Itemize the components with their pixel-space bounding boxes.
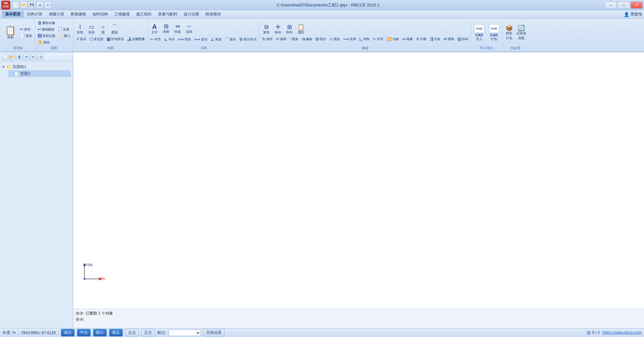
menu-structural-calc[interactable]: 结构计算 bbox=[24, 11, 46, 18]
snap-text-btn[interactable]: 正文 bbox=[141, 329, 155, 336]
annotation-select[interactable] bbox=[169, 330, 201, 336]
open-file-btn[interactable]: 📂 bbox=[20, 2, 27, 9]
canvas-area[interactable]: Y(N) X(E) bbox=[73, 52, 644, 309]
minimize-btn[interactable]: ─ bbox=[605, 2, 617, 9]
lp-delete-btn[interactable]: 🗑 bbox=[16, 54, 22, 60]
mirror-btn[interactable]: ⇔ 镜像 bbox=[401, 36, 414, 42]
undo-delete-btn[interactable]: ↩ 撤销删除 bbox=[36, 26, 57, 32]
offset-btn[interactable]: ⇉ 偏移 bbox=[300, 36, 313, 42]
fill-btn[interactable]: ▦ 区域填充 bbox=[105, 36, 125, 42]
chamfer-icon: ◺ bbox=[359, 37, 363, 41]
align-modify-btn[interactable]: ⊢ 对齐 bbox=[372, 36, 385, 42]
chamfer-btn[interactable]: ◺ 倒角 bbox=[358, 36, 371, 42]
copy-icon: 📑 bbox=[20, 33, 25, 38]
lp-new-btn[interactable]: 📄 bbox=[2, 54, 8, 60]
page-settings-btn[interactable]: 页面设置 bbox=[203, 329, 225, 336]
shapes-pack-btn[interactable]: 📦 图形 打包 bbox=[504, 24, 515, 41]
drag-btn[interactable]: ✋ 拖动 bbox=[36, 39, 57, 45]
new-file-btn[interactable]: 📄 bbox=[12, 2, 19, 9]
cut-btn[interactable]: ✂ 剪切 bbox=[19, 26, 33, 32]
annotation-label-status: 标注: bbox=[157, 330, 166, 335]
status-divider-2 bbox=[58, 330, 58, 335]
explode-btn[interactable]: 💥 分解 bbox=[385, 36, 400, 42]
group-btn[interactable]: ⊞ 组合 bbox=[314, 36, 327, 42]
lp-align-left-btn[interactable]: ⇤ bbox=[30, 54, 37, 60]
arc-btn[interactable]: ⌒ 圆弧 bbox=[109, 23, 120, 36]
menu-quantity-mix[interactable]: 算量与配料 bbox=[155, 11, 181, 18]
menu-bridge-model[interactable]: 桥梁建模 bbox=[67, 11, 89, 18]
trim-btn[interactable]: ✂ 修剪 bbox=[275, 36, 288, 42]
arclength-btn[interactable]: ⌒ 弧长 bbox=[224, 36, 237, 43]
radius-btn[interactable]: ⊾ 半径 bbox=[163, 36, 176, 43]
tree-group1[interactable]: ▼ 📁 页面组1 bbox=[2, 64, 71, 70]
save-btn[interactable]: 💾 bbox=[28, 2, 35, 9]
arclength-icon: ⌒ bbox=[225, 37, 229, 42]
copy-btn[interactable]: 📑 复制 bbox=[19, 33, 33, 39]
website-link[interactable]: Https://www.rbcce.com bbox=[602, 330, 641, 335]
restore-btn[interactable]: 🔄 还原成 原图 bbox=[515, 24, 527, 41]
cmd-line-2[interactable]: 命令: bbox=[76, 316, 641, 323]
property-btn[interactable]: 📋 属性 bbox=[296, 23, 306, 36]
close-btn[interactable]: ✕ bbox=[631, 2, 643, 9]
rotate-btn[interactable]: ↻ 旋转 bbox=[261, 36, 274, 42]
break-btn[interactable]: ✕ 打断 bbox=[415, 36, 428, 42]
user-info[interactable]: 👤 曹建海 bbox=[624, 12, 642, 17]
snap-center-btn[interactable]: 圆心 bbox=[93, 329, 107, 336]
maximize-btn[interactable]: □ bbox=[618, 2, 630, 9]
lp-align-right-btn[interactable]: ⇥ bbox=[37, 54, 44, 60]
polygon-btn[interactable]: ⬠ 多边形 bbox=[88, 36, 105, 42]
quick-btn[interactable]: ⇔ 快速 bbox=[172, 22, 183, 36]
tree-page1[interactable]: 📄 页面1 bbox=[8, 70, 71, 77]
fillet-btn[interactable]: ◜ 圆角 bbox=[288, 36, 300, 42]
menu-construction-org[interactable]: 施工组织 bbox=[133, 11, 155, 18]
tree-toggle-group1[interactable]: ▼ bbox=[2, 65, 5, 69]
move-btn[interactable]: ✛ 移动 bbox=[272, 23, 283, 36]
arrow-btn[interactable]: ↗ 箭头 bbox=[75, 36, 88, 42]
rect-icon: ▭ bbox=[89, 24, 94, 30]
angle-btn[interactable]: ∠ 角度 bbox=[209, 36, 223, 43]
snap-perpendicular-btn[interactable]: 垂足 bbox=[109, 329, 123, 336]
clipboard-label: 剪切板 bbox=[13, 45, 23, 50]
replace-btn[interactable]: ⇄ 替换 bbox=[442, 36, 455, 42]
table-btn[interactable]: ⊞ 表格 bbox=[161, 22, 172, 36]
array-btn[interactable]: ⊞ 阵列 bbox=[284, 23, 295, 36]
menu-temp-structure[interactable]: 临时结构 bbox=[89, 11, 111, 18]
menu-3d-model[interactable]: 三维建模 bbox=[111, 11, 133, 18]
copy-bitmap-btn[interactable]: 🖼 复制位图 bbox=[36, 33, 57, 39]
delete-obj-btn[interactable]: 🗑 删除对象 bbox=[36, 20, 57, 26]
menu-bar: 基本图形 结构计算 测量计算 桥梁建模 临时结构 三维建模 施工组织 算量与配料… bbox=[0, 10, 644, 19]
raster-btn[interactable]: 🏞 光栅图像 bbox=[126, 36, 146, 42]
menu-basic-shapes[interactable]: 基本图形 bbox=[2, 11, 24, 18]
text-btn[interactable]: A 文字 bbox=[149, 22, 160, 36]
menu-measure-calc[interactable]: 测量计算 bbox=[46, 11, 67, 18]
paste-btn[interactable]: 📋 粘贴 bbox=[3, 25, 18, 40]
extend-btn[interactable]: ⟹ 延伸 bbox=[342, 36, 357, 42]
coord-axis: Y(N) X(E) bbox=[80, 263, 105, 283]
polyline-btn[interactable]: ⌇ 折线 bbox=[75, 23, 85, 36]
saveas-btn[interactable]: 🖨 bbox=[36, 2, 43, 9]
snap-intersection-btn[interactable]: 交点 bbox=[125, 329, 139, 336]
rect-btn[interactable]: ▭ 矩形 bbox=[86, 23, 97, 36]
copy-modify-btn[interactable]: ⧉ 复制 bbox=[261, 23, 272, 36]
cad-export-btn[interactable]: CAD CAD 打包 bbox=[487, 23, 501, 42]
diameter-btn[interactable]: ⟺ 直径 bbox=[193, 36, 209, 43]
menu-addon[interactable]: 附加模块 bbox=[202, 11, 224, 18]
fullscreen-btn[interactable]: ⛶ 全显 bbox=[57, 26, 72, 32]
linear-btn[interactable]: ⟺ 线性 bbox=[177, 36, 192, 43]
menu-design-draw[interactable]: 设计出图 bbox=[181, 11, 202, 18]
snap-midpoint-btn[interactable]: 中点 bbox=[77, 329, 91, 336]
dim-style-btn[interactable]: ⚙ 标注样式 bbox=[238, 36, 258, 43]
split-btn[interactable]: ⇶ 分段 bbox=[428, 36, 442, 42]
cad-import-btn[interactable]: CAD CAD 导入 bbox=[472, 23, 486, 42]
lp-open-btn[interactable]: 📂 bbox=[9, 54, 15, 60]
left-panel-toolbar: 📄 📂 🗑 ✏ ⇤ ⇥ bbox=[0, 52, 73, 62]
lp-edit-btn[interactable]: ✏ bbox=[23, 54, 30, 60]
arrange-btn[interactable]: ▤ 排布 bbox=[456, 36, 470, 42]
undo-title-btn[interactable]: ↩ bbox=[44, 2, 51, 9]
snap-endpoint-btn[interactable]: 端点 bbox=[61, 329, 75, 336]
align-anno-btn[interactable]: ⊢ 对齐 bbox=[149, 36, 162, 43]
circle-btn[interactable]: ○ 圆 bbox=[98, 23, 109, 36]
window-btn[interactable]: ⬜ 窗口 bbox=[57, 33, 72, 39]
scale-btn[interactable]: ⤢ 缩放 bbox=[328, 36, 341, 42]
connect-btn[interactable]: ↔ 连线 bbox=[184, 22, 195, 36]
